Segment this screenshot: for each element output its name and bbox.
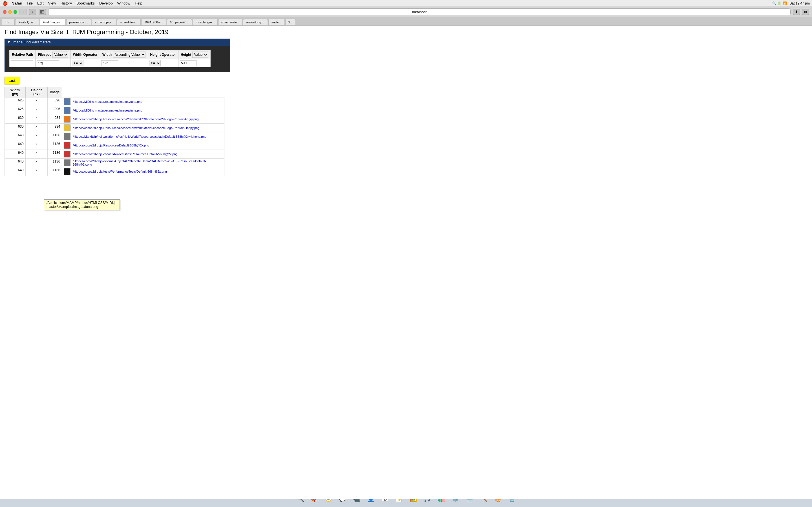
params-header[interactable]: ▼ Image Find Parameters <box>4 39 230 46</box>
params-form-table: Relative Path Filespec Value Width Opera… <box>9 50 211 67</box>
col-header-width-op: Width Operator <box>70 50 100 59</box>
tabs-bar: Inh... Fruits Quiz... Find Images... pro… <box>0 17 812 25</box>
filespec-cell <box>36 59 70 67</box>
image-link[interactable]: /Htdocs/MarkItUp/hello/platforms/ios/Hel… <box>73 135 206 138</box>
tab-find-images[interactable]: Find Images... <box>40 18 66 25</box>
menu-icons: 🔍 🔋 📶 <box>772 1 787 5</box>
sidebar-icon <box>40 10 44 13</box>
relative-path-input[interactable] <box>11 60 33 66</box>
image-link[interactable]: /Htdocs/cocos2d-objc/cocos2d-ui-tests/io… <box>73 152 177 156</box>
menu-history[interactable]: History <box>60 1 71 5</box>
height-value-cell <box>178 59 210 67</box>
back-button[interactable]: ‹ <box>19 9 27 15</box>
image-cell: /Htdocs/cocos2d-objc/external/ObjectAL/O… <box>62 159 224 167</box>
col-header-height-op: Height Operator <box>148 50 178 59</box>
image-cell: /Htdocs/cocos2d-objc/Resources/cocos2d-a… <box>62 124 224 132</box>
tab-arrow2[interactable]: arrow-top-p... <box>243 18 267 25</box>
x-separator: x <box>26 150 47 159</box>
image-cell: /Htdocs/cocos2d-objc/Resources/cocos2d-a… <box>62 115 224 124</box>
tab-60page[interactable]: 60_page-45... <box>167 18 192 25</box>
image-link[interactable]: /Htdocs/cocos2d-objc/Resources/cocos2d-a… <box>73 117 199 121</box>
filespec-input[interactable] <box>37 60 59 66</box>
forward-button[interactable]: › <box>29 9 36 15</box>
tab-fruits[interactable]: Fruits Quiz... <box>15 18 39 25</box>
table-row: 640x1136/Htdocs/cocos2d-objc/cocos2d-ui-… <box>5 150 224 159</box>
close-button[interactable] <box>3 10 6 14</box>
image-link[interactable]: /Htdocs/MIDI.js-master/examples/images/t… <box>73 109 142 112</box>
tab-2[interactable]: 2... <box>285 18 296 25</box>
tab-muscle[interactable]: muscle_gro... <box>193 18 217 25</box>
svg-rect-1 <box>42 10 44 11</box>
sidebar-toggle-button[interactable] <box>39 9 46 15</box>
width-cell: 640 <box>5 159 26 167</box>
traffic-lights <box>3 10 17 14</box>
col-header-height: Height Value <box>178 50 210 59</box>
width-select[interactable]: Ascending Value <box>113 52 146 58</box>
address-bar-container[interactable] <box>48 8 791 15</box>
image-link[interactable]: /Htdocs/cocos2d-objc/external/ObjectAL/O… <box>73 159 222 166</box>
menu-help[interactable]: Help <box>135 1 142 5</box>
height-cell: 934 <box>47 124 62 132</box>
menu-edit[interactable]: Edit <box>37 1 43 5</box>
tab-prosandcon[interactable]: prosandcon... <box>66 18 91 25</box>
thumbnail <box>64 159 70 166</box>
new-tab-button[interactable]: ⊞ <box>802 9 809 15</box>
width-cell: 640 <box>5 141 26 150</box>
width-op-select[interactable]: >= <box>72 60 84 66</box>
width-input[interactable] <box>101 60 118 66</box>
tab-inh[interactable]: Inh... <box>2 18 15 25</box>
thumbnail <box>64 124 70 131</box>
table-row: 630x934/Htdocs/cocos2d-objc/Resources/co… <box>5 115 224 124</box>
menu-safari[interactable]: Safari <box>12 1 22 5</box>
page-content: Find Images Via Size ⬇ RJM Programming -… <box>0 25 812 499</box>
x-separator: x <box>26 115 47 124</box>
menu-window[interactable]: Window <box>117 1 130 5</box>
share-button[interactable]: ⬆ <box>793 9 800 15</box>
menu-develop[interactable]: Develop <box>99 1 113 5</box>
browser-chrome: ‹ › ⬆ ⊞ Inh... Fruits Quiz... Find Image… <box>0 7 812 25</box>
params-content: Relative Path Filespec Value Width Opera… <box>4 46 230 72</box>
col-header-filespec: Filespec Value <box>36 50 70 59</box>
x-separator: x <box>26 98 47 106</box>
table-row: 630x934/Htdocs/cocos2d-objc/Resources/co… <box>5 124 224 132</box>
apple-menu[interactable]: 🍎 <box>2 1 8 6</box>
results-col-image: Image <box>47 87 62 98</box>
tab-audio[interactable]: audio... <box>268 18 285 25</box>
table-row: 640x1136/Htdocs/MarkItUp/hello/platforms… <box>5 132 224 141</box>
height-input[interactable] <box>180 60 197 66</box>
width-cell: 625 <box>5 106 26 115</box>
tab-solar[interactable]: solar_syste... <box>218 18 243 25</box>
tab-arrow-top[interactable]: arrow-top-p... <box>92 18 116 25</box>
image-link[interactable]: /Htdocs/cocos2d-objc/Resources/Default-5… <box>73 144 149 147</box>
filespec-select[interactable]: Value <box>52 52 68 58</box>
menu-bookmarks[interactable]: Bookmarks <box>77 1 95 5</box>
clock: Sat 12:47 pm <box>790 1 810 5</box>
height-cell: 934 <box>47 115 62 124</box>
tab-1024[interactable]: 1024x768-s... <box>141 18 166 25</box>
menu-view[interactable]: View <box>48 1 56 5</box>
tab-more-filter[interactable]: more-filter-... <box>117 18 141 25</box>
form-row: >= >= <box>10 59 211 67</box>
tooltip-line2: master/examples/images/tuna.png <box>47 205 117 209</box>
col-header-relative-path: Relative Path <box>10 50 36 59</box>
height-op-select[interactable]: >= <box>149 60 161 66</box>
height-cell: 896 <box>47 98 62 106</box>
height-cell: 1136 <box>47 141 62 150</box>
maximize-button[interactable] <box>13 10 17 14</box>
down-arrow-icon: ⬇ <box>65 29 70 36</box>
results-col-height: Height (px) <box>26 87 47 98</box>
list-button[interactable]: List <box>4 76 19 84</box>
table-row: 640x1136/Htdocs/cocos2d-objc/tests/Perfo… <box>5 167 224 176</box>
minimize-button[interactable] <box>8 10 12 14</box>
image-link[interactable]: /Htdocs/cocos2d-objc/Resources/cocos2d-a… <box>73 126 199 129</box>
thumbnail <box>64 116 70 122</box>
menu-file[interactable]: File <box>27 1 33 5</box>
height-op-cell: >= <box>148 59 178 67</box>
address-bar[interactable] <box>51 10 788 14</box>
table-row: 640x1136/Htdocs/cocos2d-objc/Resources/D… <box>5 141 224 150</box>
image-link[interactable]: /Htdocs/cocos2d-objc/tests/PerformanceTe… <box>73 170 167 173</box>
results-container: Width (px) Height (px) Image 625x896/Htd… <box>4 87 808 176</box>
results-col-width: Width (px) <box>5 87 26 98</box>
image-link[interactable]: /Htdocs/MIDI.js-master/examples/images/t… <box>73 100 142 103</box>
height-select[interactable]: Value <box>192 52 208 58</box>
